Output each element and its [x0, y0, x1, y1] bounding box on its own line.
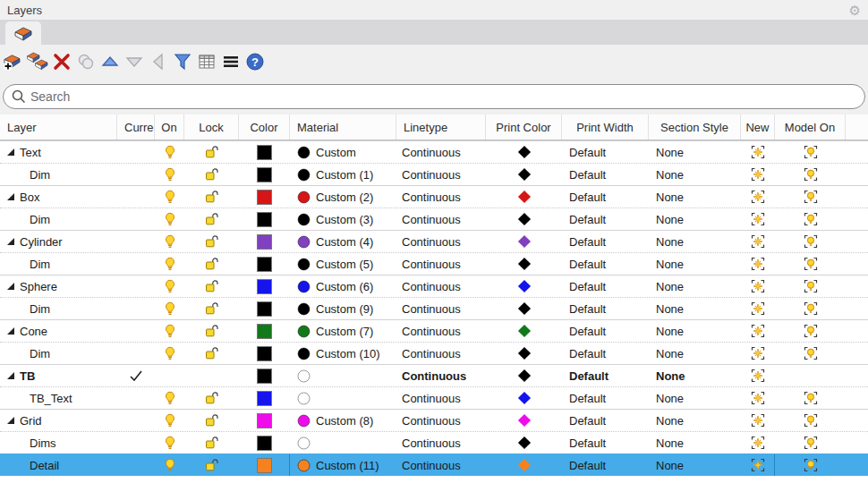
new-detail-icon[interactable]	[751, 324, 765, 338]
layer-lock-cell[interactable]	[184, 186, 239, 208]
layer-on-cell[interactable]	[155, 141, 184, 163]
linetype-cell[interactable]: Continuous	[396, 253, 486, 275]
expander-icon[interactable]	[7, 327, 14, 335]
color-swatch[interactable]	[257, 257, 272, 272]
linetype-cell[interactable]: Continuous	[396, 186, 486, 208]
model-on-cell[interactable]	[775, 231, 846, 252]
color-swatch[interactable]	[257, 324, 272, 339]
print-color-cell[interactable]	[486, 454, 562, 476]
print-color-cell[interactable]	[486, 208, 562, 230]
bulb-on-icon[interactable]	[163, 234, 177, 249]
bulb-on-icon[interactable]	[163, 167, 177, 182]
table-row[interactable]: Dim Custom (1) Continuous De	[0, 163, 868, 185]
search-input[interactable]	[3, 84, 865, 109]
new-detail-cell[interactable]	[741, 343, 775, 364]
section-style-cell[interactable]: None	[649, 186, 741, 208]
layer-color-cell[interactable]	[239, 164, 290, 185]
new-detail-cell[interactable]	[741, 164, 775, 185]
layer-name-cell[interactable]: Dim	[0, 298, 117, 319]
section-style-cell[interactable]: None	[649, 141, 741, 163]
layer-color-cell[interactable]	[239, 320, 290, 342]
current-layer-cell[interactable]	[117, 454, 155, 476]
print-color-cell[interactable]	[486, 275, 562, 297]
layer-color-cell[interactable]	[239, 343, 290, 364]
material-cell[interactable]	[290, 365, 396, 386]
linetype-cell[interactable]: Continuous	[396, 343, 486, 364]
print-width-cell[interactable]: Default	[562, 410, 649, 431]
current-layer-cell[interactable]	[117, 275, 155, 297]
color-swatch[interactable]	[257, 391, 272, 406]
layer-name-cell[interactable]: Sphere	[0, 275, 117, 297]
layer-on-cell[interactable]	[155, 365, 184, 386]
current-layer-cell[interactable]	[117, 410, 155, 431]
material-cell[interactable]: Custom (2)	[290, 186, 396, 208]
layer-name-cell[interactable]: Cylinder	[0, 231, 117, 252]
model-on-bulb-icon[interactable]	[804, 190, 818, 204]
model-on-cell[interactable]	[775, 253, 846, 275]
model-on-cell[interactable]	[775, 208, 846, 230]
layer-on-cell[interactable]	[155, 410, 184, 431]
model-on-bulb-icon[interactable]	[804, 391, 818, 405]
linetype-cell[interactable]: Continuous	[396, 454, 486, 476]
layer-lock-cell[interactable]	[184, 208, 239, 230]
model-on-bulb-icon[interactable]	[804, 234, 818, 249]
linetype-cell[interactable]: Continuous	[396, 320, 486, 342]
layer-color-cell[interactable]	[239, 253, 290, 275]
layer-on-cell[interactable]	[155, 208, 184, 230]
layer-lock-cell[interactable]	[184, 141, 239, 163]
table-row[interactable]: Detail Custom (11) Continuous	[0, 453, 868, 476]
layer-name-cell[interactable]: Dim	[0, 253, 117, 275]
layer-name-cell[interactable]: Dims	[0, 432, 117, 453]
bulb-on-icon[interactable]	[163, 301, 177, 316]
expander-icon[interactable]	[7, 238, 14, 245]
layer-name-cell[interactable]: TB_Text	[0, 387, 117, 409]
bulb-on-icon[interactable]	[163, 212, 177, 226]
linetype-cell[interactable]: Continuous	[396, 410, 486, 431]
model-on-cell[interactable]	[775, 320, 846, 342]
print-color-cell[interactable]	[486, 298, 562, 319]
print-color-cell[interactable]	[486, 186, 562, 208]
print-width-cell[interactable]: Default	[562, 186, 649, 208]
layer-color-cell[interactable]	[239, 410, 290, 431]
settings-gear-icon[interactable]: ⚙	[849, 4, 861, 17]
table-row[interactable]: TB_Text Continuous Default	[0, 386, 868, 409]
new-detail-icon[interactable]	[751, 301, 765, 316]
new-detail-cell[interactable]	[741, 320, 775, 342]
layer-lock-cell[interactable]	[184, 343, 239, 364]
lock-open-icon[interactable]	[204, 301, 219, 316]
print-color-cell[interactable]	[486, 253, 562, 275]
new-detail-cell[interactable]	[741, 454, 775, 476]
lock-open-icon[interactable]	[204, 346, 219, 360]
material-cell[interactable]: Custom (3)	[290, 208, 396, 230]
filter-layers-button[interactable]	[171, 50, 194, 73]
layer-lock-cell[interactable]	[184, 164, 239, 185]
print-width-cell[interactable]: Default	[562, 365, 649, 386]
color-swatch[interactable]	[257, 346, 272, 361]
layer-name-cell[interactable]: Cone	[0, 320, 117, 342]
layer-on-cell[interactable]	[155, 275, 184, 297]
material-cell[interactable]: Custom (7)	[290, 320, 396, 342]
lock-open-icon[interactable]	[204, 324, 219, 338]
color-swatch[interactable]	[257, 413, 272, 428]
col-header-layer[interactable]: Layer	[0, 114, 117, 140]
layer-color-cell[interactable]	[239, 231, 290, 252]
layer-lock-cell[interactable]	[184, 454, 239, 476]
layer-lock-cell[interactable]	[184, 275, 239, 297]
layer-color-cell[interactable]	[239, 365, 290, 386]
bulb-on-icon[interactable]	[163, 413, 177, 428]
lock-open-icon[interactable]	[204, 413, 219, 428]
model-on-cell[interactable]	[775, 298, 846, 319]
new-detail-icon[interactable]	[751, 257, 765, 271]
tab-layers[interactable]	[5, 21, 41, 45]
layer-on-cell[interactable]	[155, 298, 184, 319]
new-detail-icon[interactable]	[751, 234, 765, 249]
new-detail-cell[interactable]	[741, 141, 775, 163]
print-color-cell[interactable]	[486, 141, 562, 163]
section-style-cell[interactable]: None	[649, 253, 741, 275]
column-settings-button[interactable]	[195, 50, 218, 73]
current-layer-cell[interactable]	[117, 186, 155, 208]
color-swatch[interactable]	[257, 436, 272, 451]
col-header-color[interactable]: Color	[239, 114, 290, 140]
model-on-bulb-icon[interactable]	[804, 167, 818, 182]
lock-open-icon[interactable]	[204, 436, 219, 450]
